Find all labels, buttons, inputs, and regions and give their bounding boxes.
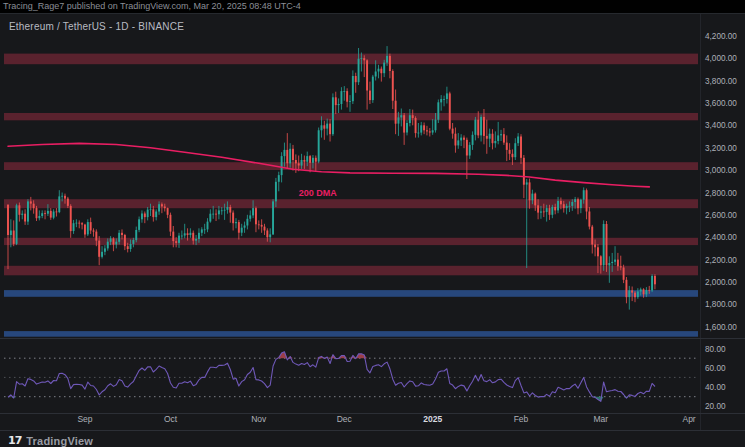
candle-body <box>378 69 380 72</box>
rsi-tick-label: 20.00 <box>705 402 726 411</box>
candle-body <box>440 99 442 102</box>
candle-body <box>341 91 343 104</box>
candle-body <box>201 229 203 232</box>
rsi-levels <box>4 358 698 397</box>
candle-body <box>443 99 445 100</box>
candle-body <box>383 63 385 74</box>
candle-body <box>395 101 397 124</box>
candle-body <box>514 143 516 157</box>
candle-body <box>509 150 511 154</box>
candle-body <box>161 204 163 206</box>
candle-body <box>158 204 160 211</box>
candle-body <box>645 290 647 295</box>
candle-body <box>84 225 86 235</box>
candle-body <box>546 208 548 212</box>
candle-body <box>229 207 231 213</box>
time-tick-label: Nov <box>251 414 267 424</box>
price-tick-label: 3,800.00 <box>705 77 737 86</box>
time-tick-label: Feb <box>514 414 529 424</box>
candle-body <box>338 104 340 105</box>
candle-body <box>389 56 391 71</box>
candle-body <box>269 234 271 237</box>
candle-body <box>472 135 474 145</box>
candle-body <box>611 262 613 263</box>
candle-body <box>167 208 169 215</box>
candle-body <box>38 216 40 218</box>
candle-body <box>227 207 229 210</box>
candle-body <box>246 219 248 226</box>
candle-body <box>557 201 559 211</box>
price-tick-label: 2,200.00 <box>705 256 737 265</box>
price-axis[interactable]: 4,200.004,000.003,800.003,600.003,400.00… <box>705 32 737 332</box>
candle-body <box>577 199 579 208</box>
rsi-oversold-fill <box>8 397 655 402</box>
candle-body <box>121 233 123 235</box>
time-axis[interactable]: SepOctNovDec2025FebMarApr <box>77 414 695 424</box>
chart-canvas[interactable]: 200 DMA4,200.004,000.003,800.003,600.003… <box>0 14 745 447</box>
candle-body <box>463 138 465 140</box>
candle-body <box>235 222 237 223</box>
candle-body <box>580 200 582 208</box>
time-tick-label: Oct <box>164 414 178 424</box>
candle-body <box>409 115 411 123</box>
candle-body <box>189 233 191 235</box>
candle-body <box>10 231 12 236</box>
candle-body <box>152 209 154 217</box>
chart-frame: Ethereum / TetherUS - 1D - BINANCE 200 D… <box>0 13 745 447</box>
candle-body <box>588 212 590 227</box>
price-tick-label: 2,800.00 <box>705 189 737 198</box>
candle-body <box>303 160 305 162</box>
tradingview-brand[interactable]: TradingView <box>26 435 93 447</box>
rsi-axis[interactable]: 80.0060.0040.0020.00 <box>705 345 726 412</box>
candle-body <box>215 214 217 215</box>
candle-body <box>586 190 588 211</box>
candle-body <box>241 228 243 233</box>
candle-body <box>175 241 177 243</box>
candle-body <box>321 125 323 130</box>
candle-body <box>526 182 528 184</box>
candle-body <box>403 115 405 132</box>
candle-body <box>420 125 422 132</box>
candle-body <box>36 208 38 218</box>
attribution-bar: Tracing_Rage7 published on TradingView.c… <box>0 0 745 13</box>
candle-body <box>500 134 502 135</box>
candle-body <box>574 199 576 202</box>
candle-body <box>554 207 556 210</box>
price-tick-label: 2,000.00 <box>705 278 737 287</box>
candle-body <box>643 289 645 294</box>
candle-body <box>70 206 72 231</box>
candle-body <box>124 235 126 246</box>
candle-body <box>252 208 254 215</box>
candle-body <box>144 214 146 218</box>
candle-body <box>147 210 149 218</box>
candle-body <box>503 134 505 142</box>
candle-body <box>560 201 562 204</box>
candle-body <box>53 212 55 218</box>
candle-body <box>566 206 568 208</box>
tradingview-logo-icon[interactable]: 17 <box>8 434 21 447</box>
price-tick-label: 4,200.00 <box>705 32 737 41</box>
candle-body <box>531 194 533 201</box>
tradingview-footer: 17 TradingView <box>8 433 93 447</box>
candle-body <box>87 222 89 234</box>
candle-body <box>286 150 288 163</box>
candle-body <box>466 140 468 156</box>
time-tick-label: Dec <box>337 414 353 424</box>
candle-body <box>594 245 596 248</box>
candle-body <box>192 233 194 241</box>
price-tick-label: 3,400.00 <box>705 121 737 130</box>
candle-body <box>563 204 565 208</box>
candle-body <box>33 204 35 209</box>
candle-body <box>232 213 234 224</box>
candle-body <box>218 210 220 214</box>
rsi-tick-label: 80.00 <box>705 345 726 354</box>
candle-body <box>654 276 656 284</box>
candle-body <box>480 117 482 135</box>
candle-body <box>583 190 585 200</box>
candle-body <box>141 214 143 220</box>
candle-body <box>349 101 351 102</box>
candle-body <box>375 72 377 77</box>
candle-body <box>78 223 80 224</box>
candle-body <box>30 201 32 203</box>
support-resistance-bands <box>4 54 698 337</box>
